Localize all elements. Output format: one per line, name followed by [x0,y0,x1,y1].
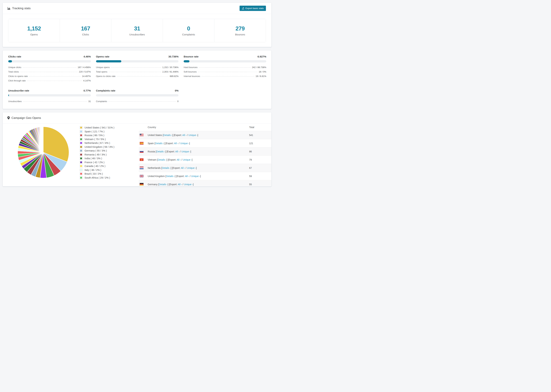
rate-block: Opens rate 30.736% Unique opens 1,152 / … [96,55,179,82]
country-cell: Vietnam [Details ›] [Export: All › / Uni… [148,158,192,161]
legend-swatch [80,134,83,137]
geo-opens-header: Campaign Geo Opens [3,112,271,124]
country-flag-icon [140,142,144,145]
legend-swatch [80,138,83,140]
legend-label: United Kingdom ( 59 / 3% ) [85,146,114,148]
details-link[interactable]: Details › [158,158,167,161]
rate-row: Unique opens 1,152 / 30.736% [96,66,179,69]
rate-header: Opens rate 30.736% [96,55,179,58]
export-unique-link[interactable]: Unique › [183,158,192,161]
legend-item[interactable]: Romania ( 49 / 3% ) [80,153,139,156]
stat-box: 0 Complaints [163,19,214,42]
country-cell: Netherlands [Details ›] [Export: All › /… [148,167,197,169]
progress-bar [8,94,91,97]
legend-label: Spain ( 121 / 7% ) [85,130,104,133]
legend-label: Romania ( 49 / 3% ) [85,153,107,156]
rate-row: Complaints 0 [96,100,179,103]
legend-item[interactable]: South Africa ( 29 / 2% ) [80,176,139,179]
rate-row: Internal bounces 19 / 6.81% [184,75,266,77]
stat-label: Bounces [235,33,245,36]
country-cell: United Kingdom [Details ›] [Export: All … [148,175,201,177]
rate-title: Clicks rate [8,55,21,58]
legend-swatch [80,149,83,152]
legend-label: South Africa ( 29 / 2% ) [85,176,110,179]
rate-rows: Unique clicks 167 / 4.456% Total clicks … [8,66,91,82]
export-unique-link[interactable]: Unique › [180,142,189,145]
legend-item[interactable]: United States ( 541 / 31% ) [80,126,139,129]
export-all-link[interactable]: All › [185,175,189,177]
legend-swatch [80,169,83,171]
rate-title: Bounce rate [184,55,198,58]
export-basic-stats-button[interactable]: Export basic stats [240,6,266,11]
progress-bar-fill [8,94,9,97]
rate-row-value: 19 / 6.81% [256,75,266,77]
details-link[interactable]: Details › [166,175,175,177]
export-unique-link[interactable]: Unique › [188,134,198,136]
total-cell: 86 [249,150,271,153]
progress-bar [96,60,179,63]
tracking-stats-card: Tracking stats Export basic stats 1,152 … [3,3,272,47]
export-label: Export: [169,158,177,161]
export-all-link[interactable]: All › [181,167,185,169]
bracket: ] [ [165,150,167,153]
slash: / [189,175,191,177]
legend-item[interactable]: France ( 42 / 2% ) [80,161,139,164]
export-all-link[interactable]: All › [175,150,179,153]
table-row: United Kingdom [Details ›] [Export: All … [139,172,271,180]
stat-value: 279 [235,25,245,32]
export-all-link[interactable]: All › [177,158,181,161]
dotted-leader [108,101,176,102]
legend-item[interactable]: Spain ( 121 / 7% ) [80,130,139,133]
legend-swatch [80,176,83,179]
legend-item[interactable]: Vietnam ( 79 / 5% ) [80,138,139,140]
details-link[interactable]: Details › [155,142,164,145]
rate-value: 0% [175,89,179,92]
rate-row: Unsubscribes 31 [8,100,91,103]
rate-row: Clicks to opens rate 14.497% [8,75,91,77]
bracket: [ [156,158,158,161]
rate-block: Complaints rate 0% Complaints 0 [96,89,179,103]
legend-item[interactable]: Canada ( 40 / 2% ) [80,165,139,168]
bracket: ] [191,150,191,153]
stat-box: 1,152 Opens [8,19,60,42]
rate-row-value: 14.497% [82,75,91,77]
map-pin-icon [7,116,10,119]
export-unique-link[interactable]: Unique › [181,150,191,153]
legend-item[interactable]: Brazil ( 33 / 2% ) [80,172,139,175]
details-link[interactable]: Details › [162,167,171,169]
export-all-link[interactable]: All › [182,134,186,136]
slash: / [182,183,184,186]
legend-item[interactable]: Netherlands ( 67 / 4% ) [80,142,139,144]
rate-value: 6.927% [258,55,266,58]
details-link[interactable]: Details › [159,183,168,186]
details-link[interactable]: Details › [163,134,172,136]
export-unique-link[interactable]: Unique › [184,183,193,186]
legend-label: Italy ( 36 / 2% ) [85,169,101,171]
legend-item[interactable]: Italy ( 36 / 2% ) [80,169,139,171]
export-all-link[interactable]: All › [178,183,182,186]
country-name: United States [148,134,162,136]
export-unique-link[interactable]: Unique › [187,167,196,169]
table-row: Russia [Details ›] [Export: All › / Uniq… [139,147,271,155]
legend-item[interactable]: Russia ( 86 / 5% ) [80,134,139,137]
export-all-link[interactable]: All › [174,142,178,145]
rate-block: Clicks rate 4.46% Unique clicks 167 / 4.… [8,55,91,82]
bracket: ] [189,142,190,145]
legend-item[interactable]: United Kingdom ( 59 / 3% ) [80,146,139,148]
geo-opens-title: Campaign Geo Opens [11,116,41,120]
table-row: Netherlands [Details ›] [Export: All › /… [139,164,271,172]
geo-table-scroll[interactable]: Country Total United States [Details ›] … [139,124,271,186]
legend-item[interactable]: India ( 46 / 3% ) [80,157,139,160]
overview-stats: 1,152 Opens 167 Clicks 31 Unsubscribes 0… [8,19,266,42]
details-link[interactable]: Details › [156,150,165,153]
country-name: Germany [148,183,158,186]
rate-row-value: 1,152 / 30.736% [162,66,179,69]
table-row: Vietnam [Details ›] [Export: All › / Uni… [139,155,271,164]
total-cell: 55 [249,183,271,186]
country-name: Vietnam [148,158,156,161]
legend-item[interactable]: Germany ( 55 / 3% ) [80,149,139,152]
export-unique-link[interactable]: Unique › [191,175,200,177]
legend-label: Russia ( 86 / 5% ) [85,134,104,137]
progress-bar-fill [184,60,189,63]
export-label: Export: [167,150,175,153]
